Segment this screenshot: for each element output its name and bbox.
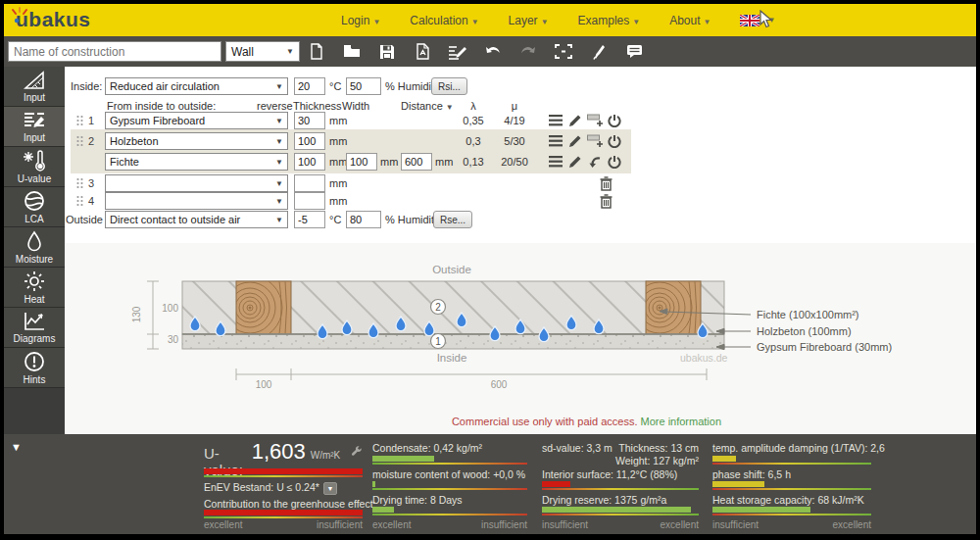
chevron-down-icon: ▼: [275, 117, 283, 125]
layer2-thickness-input[interactable]: [294, 132, 325, 150]
uvalue-scale: [204, 475, 363, 477]
menu-layer[interactable]: Layer▼: [509, 14, 549, 27]
insert-layer-icon[interactable]: [587, 113, 603, 128]
sidebar-item-diagrams[interactable]: Diagrams: [4, 308, 65, 348]
row-number: 1: [88, 115, 94, 126]
sidebar-item-label: Heat: [24, 294, 44, 305]
drag-handle-icon[interactable]: [76, 135, 83, 147]
outside-humidity-input[interactable]: [346, 211, 381, 228]
sidebar-item-hints[interactable]: Hints: [4, 348, 65, 388]
menu-about[interactable]: About▼: [669, 14, 710, 27]
layer4-material-select[interactable]: ▼: [105, 192, 288, 210]
draw-icon[interactable]: [588, 41, 610, 63]
sidebar-item-input-layers[interactable]: Input: [4, 107, 65, 147]
power-icon[interactable]: [607, 113, 622, 128]
layer3-thickness-input[interactable]: [294, 174, 325, 192]
outside-surface-select[interactable]: Direct contact to outside air▼: [105, 211, 288, 228]
trash-icon[interactable]: [598, 175, 613, 191]
timber-thickness-input[interactable]: [294, 153, 325, 171]
menu-icon[interactable]: [548, 154, 564, 170]
collapse-results-icon[interactable]: ▼: [11, 441, 22, 453]
menu-login[interactable]: Login▼: [341, 14, 380, 27]
sidebar-item-label: U-value: [18, 173, 51, 184]
redo-icon[interactable]: [517, 41, 539, 63]
power-icon[interactable]: [607, 133, 622, 149]
row-number: 3: [88, 177, 94, 189]
timber-width-input[interactable]: [346, 153, 377, 171]
layer3-material-select[interactable]: ▼: [105, 174, 288, 192]
insulation-timber-select[interactable]: Fichte▼: [105, 153, 288, 171]
phase-shift-scale: [712, 488, 871, 490]
insert-layer-icon[interactable]: [587, 133, 603, 149]
menu-icon[interactable]: [548, 113, 564, 128]
inside-temp-input[interactable]: [294, 77, 325, 95]
greenhouse-bar: [204, 510, 363, 515]
callout-holzbeton: Holzbeton (100mm): [757, 325, 852, 337]
sidebar-item-moisture[interactable]: Moisture: [4, 227, 65, 268]
results-col-moisture: Condensate: 0,42 kg/m² moisture content …: [372, 434, 527, 534]
heat-storage-bar: [712, 507, 810, 513]
edit-pencil-icon[interactable]: [567, 154, 583, 170]
new-file-icon[interactable]: [306, 41, 327, 63]
chevron-down-icon: ▼: [275, 82, 283, 91]
greenhouse-label: Contribution to the greenhouse effect:: [204, 498, 376, 510]
drying-time-scale: [372, 514, 527, 515]
sidebar-item-label: LCA: [24, 214, 43, 224]
ubakus-logo[interactable]: ubakus: [16, 8, 91, 31]
report-icon[interactable]: [447, 41, 468, 63]
geometry-icon: [24, 71, 45, 90]
wrench-icon[interactable]: [351, 444, 363, 459]
interior-surface-label: Interior surface: 11,2°C (88%): [542, 468, 677, 480]
outside-humidity-label: % Humidity: [385, 214, 440, 225]
direction-label: From inside to outside:: [107, 100, 216, 112]
edit-pencil-icon[interactable]: [567, 113, 583, 128]
more-information-link[interactable]: More information: [641, 416, 722, 427]
drag-handle-icon[interactable]: [76, 195, 83, 207]
sidebar-item-uvalue[interactable]: U-value: [4, 147, 65, 187]
comment-icon[interactable]: [623, 41, 645, 63]
inside-surface-select[interactable]: Reduced air circulation▼: [105, 77, 288, 95]
inside-humidity-input[interactable]: [346, 77, 381, 95]
drag-handle-icon[interactable]: [76, 177, 83, 189]
menu-calculation[interactable]: Calculation▼: [410, 14, 478, 27]
outside-temp-input[interactable]: [294, 211, 325, 228]
heat-storage-label: Heat storage capacity: 68 kJ/m²K: [712, 494, 864, 506]
chevron-down-icon: ▼: [471, 18, 479, 26]
fullscreen-icon[interactable]: [553, 41, 574, 63]
menu-icon[interactable]: [548, 133, 564, 149]
enev-dropdown-icon[interactable]: ▼: [323, 482, 337, 495]
trash-icon[interactable]: [598, 193, 613, 209]
revert-icon[interactable]: [587, 154, 603, 170]
layer1-thickness-input[interactable]: [294, 112, 325, 129]
rse-button[interactable]: Rse...: [433, 211, 472, 228]
reverse-link[interactable]: reverse: [257, 100, 293, 112]
construction-name-input[interactable]: [8, 41, 221, 62]
construction-type-select[interactable]: Wall ▼: [225, 41, 300, 62]
rsi-button[interactable]: Rsi...: [431, 77, 467, 95]
edit-pencil-icon[interactable]: [567, 133, 583, 149]
callout-gypsum: Gypsum Fibreboard (30mm): [757, 341, 892, 353]
undo-icon[interactable]: [482, 41, 504, 63]
pdf-export-icon[interactable]: [412, 41, 433, 63]
chevron-down-icon: ▼: [632, 18, 640, 26]
sidebar-item-lca[interactable]: LCA: [4, 187, 65, 227]
layer1-material-select[interactable]: Gypsum Fibreboard▼: [105, 112, 288, 129]
alert-icon: [24, 351, 45, 372]
menu-examples[interactable]: Examples▼: [578, 14, 641, 27]
globe-icon: [24, 190, 45, 212]
sidebar-item-input-geometry[interactable]: Input: [4, 67, 65, 107]
inside-temp-unit: °C: [329, 80, 341, 92]
timber-distance-input[interactable]: [401, 153, 432, 171]
uvalue-bar: [204, 468, 363, 474]
scale-insufficient: insufficient: [317, 519, 363, 530]
layer4-thickness-input[interactable]: [294, 192, 325, 210]
power-icon[interactable]: [607, 154, 622, 170]
sidebar-item-heat[interactable]: Heat: [4, 268, 65, 308]
svg-text:2: 2: [435, 302, 441, 313]
open-folder-icon[interactable]: [341, 41, 363, 63]
sidebar-item-label: Moisture: [16, 254, 53, 265]
layer2-material-select[interactable]: Holzbeton▼: [105, 132, 288, 150]
drying-reserve-scale: [542, 514, 699, 515]
drag-handle-icon[interactable]: [76, 115, 83, 126]
save-icon[interactable]: [376, 41, 398, 63]
